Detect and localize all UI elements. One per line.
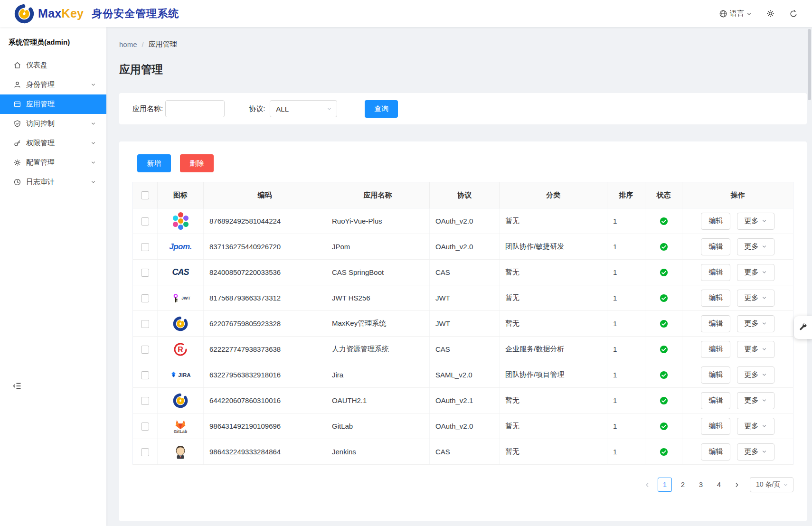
edit-button[interactable]: 编辑 <box>701 290 730 307</box>
more-button[interactable]: 更多 <box>737 290 774 307</box>
status-enabled-icon <box>660 422 668 431</box>
table-row: JIRA 632279563832918016 Jira SAML_v2.0 团… <box>133 362 793 388</box>
app-name-input[interactable] <box>165 100 225 117</box>
table-header-row: 图标编码应用名称协议分类排序状态操作 <box>133 182 793 208</box>
row-checkbox[interactable] <box>141 397 149 405</box>
breadcrumb: home / 应用管理 <box>119 40 807 49</box>
edit-button[interactable]: 编辑 <box>701 264 730 281</box>
edit-button[interactable]: 编辑 <box>701 443 730 460</box>
more-button[interactable]: 更多 <box>737 418 774 435</box>
app-sort: 1 <box>607 439 645 465</box>
sidebar-item-dashboard[interactable]: 仪表盘 <box>0 56 106 75</box>
maxkey-app-icon <box>170 390 191 412</box>
row-checkbox[interactable] <box>141 448 149 456</box>
page-2-button[interactable]: 2 <box>676 478 690 492</box>
language-selector[interactable]: 语言 <box>719 9 752 18</box>
current-user-label: 系统管理员(admin) <box>0 27 106 56</box>
sidebar-item-config[interactable]: 配置管理 <box>0 153 106 172</box>
chevron-down-icon <box>762 218 767 224</box>
table-row: CAS 824008507220033536 CAS SpringBoot CA… <box>133 260 793 285</box>
edit-button[interactable]: 编辑 <box>701 366 730 384</box>
more-button[interactable]: 更多 <box>737 264 774 281</box>
select-all-checkbox[interactable] <box>141 191 149 199</box>
status-enabled-icon <box>660 396 668 405</box>
row-checkbox[interactable] <box>141 423 149 431</box>
more-button[interactable]: 更多 <box>737 315 774 332</box>
row-checkbox[interactable] <box>141 320 149 328</box>
scrollbar-thumb[interactable] <box>808 29 811 100</box>
sidebar-item-apps[interactable]: 应用管理 <box>0 94 106 114</box>
search-button[interactable]: 查询 <box>365 100 398 118</box>
app-code: 644220607860310016 <box>204 388 326 413</box>
sidebar-item-label: 权限管理 <box>26 139 55 148</box>
edit-button[interactable]: 编辑 <box>701 213 730 230</box>
row-checkbox[interactable] <box>141 371 149 379</box>
hr-app-icon: R <box>170 338 191 360</box>
page-size-select[interactable]: 10 条/页 <box>750 477 793 492</box>
edit-button[interactable]: 编辑 <box>701 392 730 409</box>
table-row: 644220607860310016 OAUTH2.1 OAuth_v2.1 暂… <box>133 388 793 413</box>
app-code: 622076759805923328 <box>204 311 326 337</box>
more-button[interactable]: 更多 <box>737 213 774 230</box>
row-checkbox[interactable] <box>141 243 149 251</box>
edit-button[interactable]: 编辑 <box>701 238 730 255</box>
app-category: 团队协作/项目管理 <box>500 362 607 388</box>
status-enabled-icon <box>660 319 668 328</box>
more-button[interactable]: 更多 <box>737 443 774 460</box>
sidebar-item-audit[interactable]: 日志审计 <box>0 172 106 192</box>
table-row: 876892492581044224 RuoYi-Vue-Plus OAuth_… <box>133 208 793 234</box>
edit-button[interactable]: 编辑 <box>701 315 730 332</box>
app-name: GitLab <box>326 413 430 439</box>
app-category: 暂无 <box>500 285 607 311</box>
row-checkbox[interactable] <box>141 217 149 225</box>
app-name: MaxKey管理系统 <box>326 311 430 337</box>
breadcrumb-home-link[interactable]: home <box>119 40 137 48</box>
pagination: 1234 10 条/页 <box>132 477 793 492</box>
row-checkbox[interactable] <box>141 269 149 277</box>
theme-settings-button[interactable] <box>794 316 812 339</box>
more-button[interactable]: 更多 <box>737 341 774 358</box>
app-category: 暂无 <box>500 260 607 285</box>
more-button[interactable]: 更多 <box>737 392 774 409</box>
sidebar-item-access[interactable]: 访问控制 <box>0 114 106 133</box>
app-sort: 1 <box>607 285 645 311</box>
chevron-down-icon <box>762 449 767 454</box>
table-card: 新增 删除 图标编码应用名称协议分类排序状态操作 876892492581044… <box>119 141 807 521</box>
toolbar: 新增 删除 <box>132 154 793 172</box>
edit-button[interactable]: 编辑 <box>701 341 730 358</box>
sidebar-item-permission[interactable]: 权限管理 <box>0 133 106 153</box>
next-page-button[interactable] <box>730 478 743 492</box>
chevron-down-icon <box>327 106 332 112</box>
app-category: 团队协作/敏捷研发 <box>500 234 607 260</box>
protocol-select[interactable]: ALL <box>270 100 337 117</box>
row-checkbox[interactable] <box>141 346 149 354</box>
chevron-down-icon <box>762 295 767 301</box>
prev-page-button[interactable] <box>641 478 654 492</box>
apps-icon <box>13 100 21 108</box>
more-button[interactable]: 更多 <box>737 366 774 384</box>
edit-button[interactable]: 编辑 <box>701 418 730 435</box>
chevron-down-icon <box>746 11 752 17</box>
page-3-button[interactable]: 3 <box>694 478 708 492</box>
more-button[interactable]: 更多 <box>737 238 774 255</box>
delete-button[interactable]: 删除 <box>180 154 214 172</box>
table-row: R 622227747938373638 人力资源管理系统 CAS 企业服务/数… <box>133 337 793 362</box>
app-name: JWT HS256 <box>326 285 430 311</box>
app-category: 暂无 <box>500 208 607 234</box>
jenkins-app-icon <box>170 441 191 463</box>
page-1-button[interactable]: 1 <box>658 478 672 492</box>
breadcrumb-current: 应用管理 <box>149 40 177 49</box>
app-code: 986432249333284864 <box>204 439 326 465</box>
sidebar-item-identity[interactable]: 身份管理 <box>0 75 106 94</box>
page-4-button[interactable]: 4 <box>712 478 726 492</box>
column-header-name: 应用名称 <box>326 182 430 208</box>
app-code: 824008507220033536 <box>204 260 326 285</box>
row-checkbox[interactable] <box>141 294 149 302</box>
settings-gear-icon[interactable] <box>766 9 775 18</box>
app-name: RuoYi-Vue-Plus <box>326 208 430 234</box>
sidebar-collapse-button[interactable] <box>12 381 22 391</box>
page-size-value: 10 条/页 <box>756 480 780 489</box>
column-header-category: 分类 <box>500 182 607 208</box>
add-button[interactable]: 新增 <box>137 154 171 172</box>
logout-icon[interactable] <box>789 9 798 18</box>
